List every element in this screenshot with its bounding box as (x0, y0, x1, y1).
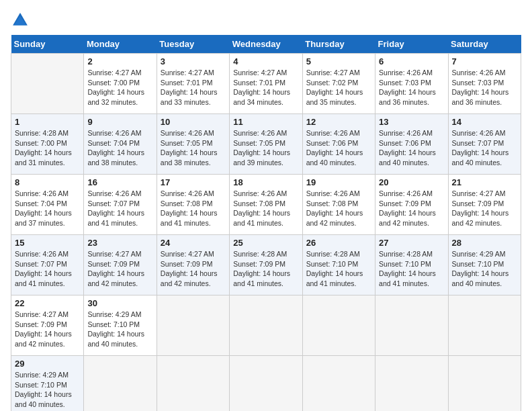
sunrise-text: Sunrise: 4:26 AM (379, 68, 433, 77)
daylight-text: Daylight: 14 hours (87, 269, 144, 277)
calendar-cell (302, 356, 375, 412)
sunset-text: Sunset: 7:09 PM (161, 260, 213, 268)
daylight-text-2: and 36 minutes. (379, 98, 429, 106)
sunrise-text: Sunrise: 4:26 AM (379, 189, 433, 197)
daylight-text-2: and 41 minutes. (306, 279, 357, 287)
day-info: Sunrise: 4:26 AMSunset: 7:04 PMDaylight:… (87, 128, 152, 168)
sunset-text: Sunset: 7:05 PM (233, 139, 285, 147)
sunset-text: Sunset: 7:02 PM (306, 79, 359, 87)
day-info: Sunrise: 4:27 AMSunset: 7:02 PMDaylight:… (306, 68, 371, 107)
day-number: 6 (379, 56, 444, 66)
day-number: 22 (15, 298, 80, 308)
calendar-cell (157, 295, 229, 356)
sunset-text: Sunset: 7:09 PM (15, 320, 67, 328)
sunset-text: Sunset: 7:08 PM (161, 199, 213, 208)
sunrise-text: Sunrise: 4:26 AM (161, 189, 214, 197)
sunrise-text: Sunrise: 4:27 AM (161, 68, 214, 77)
daylight-text: Daylight: 14 hours (87, 330, 144, 338)
calendar-cell: 18Sunrise: 4:26 AMSunset: 7:08 PMDayligh… (230, 175, 302, 235)
sunset-text: Sunset: 7:10 PM (87, 320, 140, 328)
sunset-text: Sunset: 7:09 PM (452, 199, 504, 208)
calendar-cell: 12Sunrise: 4:26 AMSunset: 7:06 PMDayligh… (302, 114, 375, 175)
calendar-cell (157, 356, 229, 412)
day-info: Sunrise: 4:26 AMSunset: 7:03 PMDaylight:… (452, 68, 517, 107)
day-number: 20 (379, 177, 444, 187)
sunrise-text: Sunrise: 4:26 AM (87, 189, 141, 197)
day-number: 8 (15, 177, 80, 187)
daylight-text: Daylight: 14 hours (15, 269, 72, 277)
day-number: 14 (452, 117, 517, 127)
day-info: Sunrise: 4:26 AMSunset: 7:03 PMDaylight:… (379, 68, 444, 107)
day-number: 16 (87, 177, 152, 187)
sunrise-text: Sunrise: 4:26 AM (161, 129, 214, 137)
day-info: Sunrise: 4:28 AMSunset: 7:10 PMDaylight:… (306, 249, 371, 289)
daylight-text-2: and 33 minutes. (161, 98, 211, 106)
daylight-text-2: and 41 minutes. (233, 279, 283, 287)
daylight-text-2: and 42 minutes. (161, 279, 211, 287)
calendar-cell: 19Sunrise: 4:26 AMSunset: 7:08 PMDayligh… (302, 175, 375, 235)
logo (11, 11, 32, 30)
calendar-cell (230, 295, 302, 356)
calendar-cell (375, 356, 448, 412)
day-info: Sunrise: 4:26 AMSunset: 7:08 PMDaylight:… (233, 189, 298, 228)
calendar-cell: 23Sunrise: 4:27 AMSunset: 7:09 PMDayligh… (84, 235, 157, 295)
calendar-cell (84, 356, 157, 412)
daylight-text: Daylight: 14 hours (233, 148, 290, 156)
calendar-cell: 6Sunrise: 4:26 AMSunset: 7:03 PMDaylight… (375, 54, 448, 114)
day-number: 10 (161, 117, 226, 127)
calendar-cell: 15Sunrise: 4:26 AMSunset: 7:07 PMDayligh… (11, 235, 84, 295)
sunset-text: Sunset: 7:07 PM (15, 260, 67, 268)
day-number: 5 (306, 56, 371, 66)
sunset-text: Sunset: 7:04 PM (15, 199, 67, 208)
calendar-cell: 21Sunrise: 4:27 AMSunset: 7:09 PMDayligh… (448, 175, 521, 235)
day-info: Sunrise: 4:28 AMSunset: 7:10 PMDaylight:… (379, 249, 444, 289)
sunrise-text: Sunrise: 4:27 AM (161, 250, 214, 258)
sunset-text: Sunset: 7:07 PM (452, 139, 504, 147)
day-info: Sunrise: 4:27 AMSunset: 7:09 PMDaylight:… (87, 249, 152, 289)
daylight-text-2: and 42 minutes. (379, 219, 429, 227)
sunrise-text: Sunrise: 4:29 AM (452, 250, 506, 258)
daylight-text: Daylight: 14 hours (161, 148, 218, 156)
daylight-text: Daylight: 14 hours (379, 88, 436, 96)
calendar-cell: 4Sunrise: 4:27 AMSunset: 7:01 PMDaylight… (230, 54, 302, 114)
calendar-cell (11, 54, 84, 114)
calendar-cell (302, 295, 375, 356)
sunset-text: Sunset: 7:10 PM (306, 260, 359, 268)
daylight-text-2: and 42 minutes. (452, 219, 502, 227)
day-info: Sunrise: 4:26 AMSunset: 7:08 PMDaylight:… (161, 189, 226, 228)
daylight-text: Daylight: 14 hours (306, 269, 363, 277)
daylight-text-2: and 42 minutes. (87, 279, 138, 287)
calendar-cell: 22Sunrise: 4:27 AMSunset: 7:09 PMDayligh… (11, 295, 84, 356)
weekday-header-saturday: Saturday (448, 35, 521, 54)
day-number: 11 (233, 117, 298, 127)
day-info: Sunrise: 4:26 AMSunset: 7:04 PMDaylight:… (15, 189, 80, 228)
day-info: Sunrise: 4:26 AMSunset: 7:07 PMDaylight:… (15, 249, 80, 289)
day-info: Sunrise: 4:28 AMSunset: 7:09 PMDaylight:… (233, 249, 298, 289)
calendar-row-3: 15Sunrise: 4:26 AMSunset: 7:07 PMDayligh… (11, 235, 521, 295)
sunset-text: Sunset: 7:10 PM (379, 260, 431, 268)
daylight-text-2: and 32 minutes. (87, 98, 138, 106)
sunset-text: Sunset: 7:07 PM (87, 199, 140, 208)
daylight-text: Daylight: 14 hours (452, 209, 509, 217)
sunrise-text: Sunrise: 4:27 AM (87, 68, 141, 77)
calendar-row-5: 29Sunrise: 4:29 AMSunset: 7:10 PMDayligh… (11, 356, 521, 412)
daylight-text: Daylight: 14 hours (15, 330, 72, 338)
sunrise-text: Sunrise: 4:26 AM (87, 129, 141, 137)
day-info: Sunrise: 4:27 AMSunset: 7:01 PMDaylight:… (233, 68, 298, 107)
calendar-cell: 20Sunrise: 4:26 AMSunset: 7:09 PMDayligh… (375, 175, 448, 235)
daylight-text-2: and 41 minutes. (233, 219, 283, 227)
calendar-row-2: 8Sunrise: 4:26 AMSunset: 7:04 PMDaylight… (11, 175, 521, 235)
daylight-text-2: and 40 minutes. (87, 340, 138, 348)
calendar-cell: 5Sunrise: 4:27 AMSunset: 7:02 PMDaylight… (302, 54, 375, 114)
daylight-text: Daylight: 14 hours (87, 148, 144, 156)
day-number: 1 (15, 117, 80, 127)
sunrise-text: Sunrise: 4:28 AM (379, 250, 433, 258)
daylight-text: Daylight: 14 hours (161, 209, 218, 217)
day-number: 19 (306, 177, 371, 187)
sunset-text: Sunset: 7:06 PM (306, 139, 359, 147)
calendar-cell: 14Sunrise: 4:26 AMSunset: 7:07 PMDayligh… (448, 114, 521, 175)
day-number: 21 (452, 177, 517, 187)
sunrise-text: Sunrise: 4:27 AM (306, 68, 360, 77)
day-number: 26 (306, 238, 371, 248)
daylight-text: Daylight: 14 hours (306, 88, 363, 96)
